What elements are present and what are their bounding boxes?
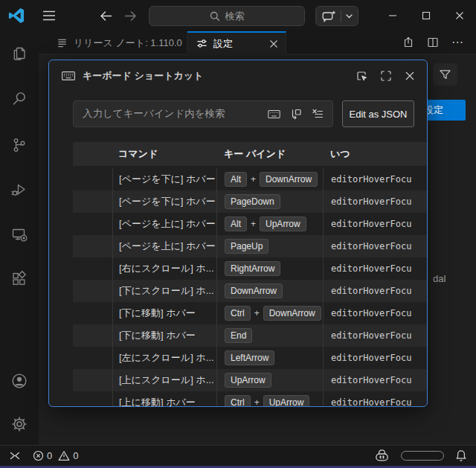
- dialog-header: キーボード ショートカット: [49, 60, 427, 92]
- keybinding-cell: PageUp: [216, 235, 323, 257]
- table-row[interactable]: [ページを下に] ホバーAlt+DownArroweditorHoverFocu: [73, 168, 427, 190]
- keyboard-shortcuts-dialog: キーボード ショートカット 入力してキーバインド内を検索: [48, 60, 428, 407]
- when-cell: editorHoverFocu: [323, 235, 427, 257]
- forward-button[interactable]: [121, 7, 139, 24]
- command-cell: [下にスクロール] ホ...: [112, 280, 216, 302]
- clear-filter-icon[interactable]: [312, 108, 324, 120]
- table-row[interactable]: [上にスクロール] ホ...UpArroweditorHoverFocu: [73, 369, 427, 391]
- when-cell: editorHoverFocu: [323, 257, 427, 280]
- sort-precedence-icon[interactable]: [290, 108, 302, 120]
- close-tab-icon[interactable]: [269, 39, 278, 48]
- command-center-placeholder: 検索: [225, 10, 245, 23]
- command-center-search[interactable]: 検索: [149, 6, 305, 26]
- keybinding-chip: PageDown: [225, 194, 280, 209]
- table-row[interactable]: [下にスクロール] ホ...DownArroweditorHoverFocu: [73, 280, 427, 302]
- table-row[interactable]: [右にスクロール] ホ...RightArroweditorHoverFocu: [73, 257, 427, 280]
- command-cell: [ページを上に] ホバー: [112, 235, 216, 257]
- activity-bar: [0, 31, 39, 445]
- keybinding-search-input[interactable]: 入力してキーバインド内を検索: [73, 100, 333, 127]
- back-button[interactable]: [97, 7, 115, 24]
- command-cell: [左にスクロール] ホ...: [112, 347, 216, 369]
- status-bar: 0 0: [0, 445, 476, 468]
- when-cell: editorHoverFocu: [323, 302, 427, 324]
- remote-explorer-icon[interactable]: [10, 225, 28, 243]
- table-row[interactable]: [ページを上に] ホバーAlt+UpArroweditorHoverFocu: [73, 213, 427, 235]
- editor-area: 設定 dal キーボード ショートカット 入力してキーバイン: [39, 54, 476, 445]
- bell-icon[interactable]: [455, 449, 467, 462]
- keybinding-cell: LeftArrow: [216, 347, 323, 369]
- when-cell: editorHoverFocu: [323, 391, 427, 407]
- command-cell: [上に移動] ホバー: [112, 391, 216, 407]
- minimize-button[interactable]: [376, 0, 409, 31]
- menu-icon[interactable]: [40, 9, 58, 22]
- editor-actions: ⋯: [402, 31, 476, 54]
- explorer-icon[interactable]: [10, 45, 28, 62]
- remote-indicator-icon[interactable]: [9, 450, 21, 461]
- share-icon[interactable]: [402, 36, 414, 48]
- run-debug-icon[interactable]: [10, 181, 28, 199]
- table-row[interactable]: [左にスクロール] ホ...LeftArroweditorHoverFocu: [73, 347, 427, 369]
- close-window-button[interactable]: [443, 0, 476, 31]
- settings-gear-icon[interactable]: [10, 415, 28, 433]
- copilot-button[interactable]: [315, 6, 358, 26]
- vscode-logo-icon: [8, 7, 25, 24]
- more-actions-icon[interactable]: ⋯: [451, 39, 464, 46]
- titlebar: 検索: [0, 0, 476, 31]
- tab-label: リリース ノート: 1.110.0: [74, 36, 182, 50]
- when-cell: editorHoverFocu: [323, 324, 427, 347]
- table-row[interactable]: [ページを上に] ホバーPageUpeditorHoverFocu: [73, 235, 427, 257]
- table-row[interactable]: [ページを下に] ホバーPageDowneditorHoverFocu: [73, 190, 427, 213]
- column-header-keybinding: キー バインド: [216, 147, 323, 161]
- chevron-down-icon[interactable]: [341, 10, 353, 22]
- release-notes-icon: [57, 37, 68, 48]
- status-pill: [401, 451, 444, 461]
- open-in-editor-icon[interactable]: [356, 70, 367, 82]
- keybinding-cell: Ctrl+DownArrow: [216, 302, 323, 324]
- when-cell: editorHoverFocu: [323, 347, 427, 369]
- search-view-icon[interactable]: [10, 90, 28, 108]
- keybinding-cell: RightArrow: [216, 257, 323, 280]
- maximize-button[interactable]: [409, 0, 443, 31]
- keybinding-chip: UpArrow: [260, 217, 306, 231]
- command-cell: [ページを上に] ホバー: [112, 213, 216, 235]
- when-cell: editorHoverFocu: [323, 213, 427, 235]
- search-icon: [210, 11, 220, 22]
- tab-release-notes[interactable]: リリース ノート: 1.110.0: [39, 31, 187, 54]
- keybinding-cell: Alt+DownArrow: [216, 168, 323, 190]
- record-keys-icon[interactable]: [268, 110, 280, 118]
- table-row[interactable]: [下に移動] ホバーEndeditorHoverFocu: [73, 324, 427, 347]
- table-row[interactable]: [上に移動] ホバーCtrl+UpArroweditorHoverFocu: [73, 391, 427, 407]
- keybinding-chip: DownArrow: [225, 283, 283, 298]
- split-editor-icon[interactable]: [427, 36, 439, 48]
- close-dialog-icon[interactable]: [405, 71, 415, 81]
- source-control-icon[interactable]: [10, 136, 28, 154]
- edit-as-json-button[interactable]: Edit as JSON: [342, 100, 414, 127]
- keybinding-cell: Alt+UpArrow: [216, 213, 323, 235]
- keybinding-chip: Ctrl: [225, 395, 251, 407]
- keybinding-chip: Ctrl: [225, 306, 251, 321]
- dialog-title: キーボード ショートカット: [83, 69, 203, 83]
- extensions-icon[interactable]: [10, 270, 28, 288]
- fullscreen-icon[interactable]: [380, 70, 392, 82]
- warning-count: 0: [73, 450, 78, 461]
- keybinding-chip: PageUp: [225, 239, 268, 254]
- keybinding-search-placeholder: 入力してキーバインド内を検索: [83, 107, 257, 121]
- filter-icon[interactable]: [433, 63, 457, 86]
- table-row[interactable]: [下に移動] ホバーCtrl+DownArroweditorHoverFocu: [73, 302, 427, 324]
- keybinding-cell: UpArrow: [216, 369, 323, 391]
- keybinding-chip: DownArrow: [260, 172, 318, 187]
- keybinding-cell: DownArrow: [216, 280, 323, 302]
- command-cell: [下に移動] ホバー: [112, 324, 216, 347]
- keybinding-chip: DownArrow: [263, 306, 321, 321]
- problems-indicator[interactable]: 0 0: [33, 450, 81, 461]
- settings-sliders-icon: [196, 38, 208, 49]
- shortcut-table: コマンド キー バインド いつ [ページを下に] ホバーAlt+DownArro…: [73, 142, 427, 406]
- keybinding-chip: End: [225, 328, 252, 343]
- key-separator: +: [254, 308, 260, 318]
- copilot-status-icon[interactable]: [374, 449, 390, 462]
- account-icon[interactable]: [10, 372, 28, 390]
- tab-settings[interactable]: 設定: [187, 31, 286, 54]
- warning-icon: [58, 450, 70, 461]
- keybinding-chip: LeftArrow: [225, 350, 274, 365]
- column-header-command: コマンド: [112, 147, 216, 161]
